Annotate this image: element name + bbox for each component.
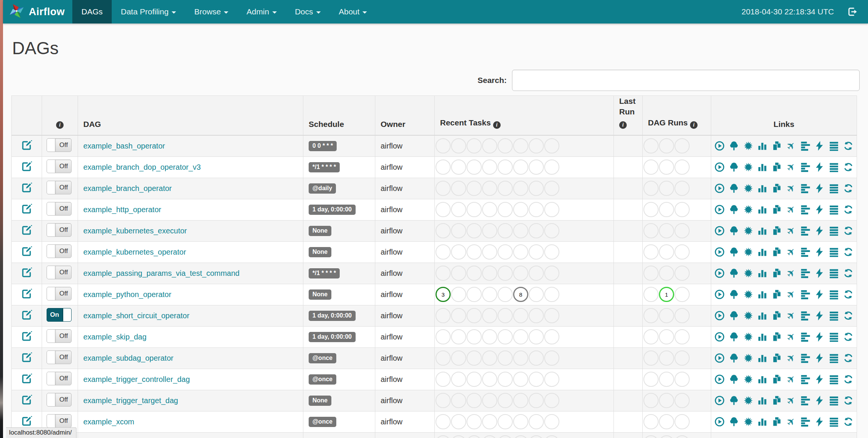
recent-task-circle[interactable] [467,393,482,408]
recent-task-circle[interactable] [513,350,528,366]
dag-run-circle[interactable] [659,350,674,366]
logs-icon[interactable] [829,416,840,427]
recent-task-circle[interactable] [436,393,451,408]
edit-dag-icon[interactable] [21,309,33,321]
gantt-icon[interactable] [800,162,811,173]
trigger-dag-icon[interactable] [714,310,725,321]
sign-out-icon[interactable] [847,6,858,17]
task-duration-icon[interactable] [757,374,768,385]
logs-icon[interactable] [829,247,840,258]
graph-view-icon[interactable] [743,268,754,279]
recent-task-circle[interactable] [513,202,528,217]
gantt-icon[interactable] [800,204,811,215]
dag-run-circle[interactable] [674,244,690,260]
recent-task-circle[interactable] [436,435,451,438]
edit-dag-icon[interactable] [21,373,33,384]
landing-times-icon[interactable]: ✈ [786,204,797,215]
edit-dag-icon[interactable] [21,246,33,257]
recent-task-circle[interactable] [529,223,544,238]
recent-task-circle[interactable] [451,308,466,323]
search-input[interactable] [512,70,860,91]
trigger-dag-icon[interactable] [714,183,725,194]
recent-task-circle[interactable] [451,414,466,429]
dag-run-circle[interactable] [643,329,659,344]
recent-task-circle[interactable]: 3 [436,287,451,302]
trigger-dag-icon[interactable] [714,395,725,406]
dag-run-circle[interactable] [674,414,690,429]
dag-run-circle[interactable] [643,435,659,438]
dag-run-circle[interactable] [674,308,690,323]
tree-view-icon[interactable] [729,247,740,258]
tree-view-icon[interactable] [729,225,740,236]
dag-run-circle[interactable] [643,138,659,153]
dag-run-circle[interactable] [659,393,674,408]
graph-view-icon[interactable] [743,183,754,194]
recent-task-circle[interactable] [498,308,513,323]
dag-pause-toggle[interactable]: Off [47,393,72,407]
recent-task-circle[interactable] [498,266,513,281]
dag-link[interactable]: example_passing_params_via_test_command [83,269,239,277]
refresh-icon[interactable] [843,332,854,343]
recent-task-circle[interactable] [529,287,544,302]
task-tries-icon[interactable] [771,310,782,321]
dag-run-circle[interactable] [674,138,690,153]
recent-task-circle[interactable] [482,329,497,344]
landing-times-icon[interactable]: ✈ [786,374,797,385]
recent-task-circle[interactable] [451,138,466,153]
tree-view-icon[interactable] [729,204,740,215]
schedule-badge[interactable]: @once [309,417,336,427]
dag-pause-toggle[interactable]: Off [47,138,72,152]
task-duration-icon[interactable] [757,225,768,236]
recent-task-circle[interactable] [482,435,497,438]
dag-run-circle[interactable] [659,266,674,281]
recent-task-circle[interactable] [513,308,528,323]
code-icon[interactable] [814,289,825,300]
landing-times-icon[interactable]: ✈ [786,141,797,152]
schedule-badge[interactable]: */1 * * * * [309,268,340,278]
recent-task-circle[interactable] [482,372,497,387]
recent-task-circle[interactable] [467,308,482,323]
dag-link[interactable]: example_branch_operator [83,184,172,192]
recent-task-circle[interactable] [529,329,544,344]
refresh-icon[interactable] [843,204,854,215]
task-duration-icon[interactable] [757,183,768,194]
dag-run-circle[interactable] [674,160,690,175]
task-duration-icon[interactable] [757,204,768,215]
logs-icon[interactable] [829,141,840,152]
dag-link[interactable]: example_kubernetes_executor [83,227,187,235]
recent-task-circle[interactable] [482,308,497,323]
recent-task-circle[interactable] [451,266,466,281]
dag-pause-toggle[interactable]: Off [47,202,72,216]
recent-task-circle[interactable] [467,329,482,344]
task-duration-icon[interactable] [757,416,768,427]
trigger-dag-icon[interactable] [714,416,725,427]
recent-task-circle[interactable] [529,181,544,196]
refresh-icon[interactable] [843,225,854,236]
dag-run-circle[interactable] [674,202,690,217]
recent-task-circle[interactable] [467,181,482,196]
edit-dag-icon[interactable] [21,161,33,172]
landing-times-icon[interactable]: ✈ [786,183,797,194]
trigger-dag-icon[interactable] [714,353,725,364]
dag-run-circle[interactable] [659,223,674,238]
landing-times-icon[interactable]: ✈ [786,353,797,364]
dag-run-circle[interactable] [659,181,674,196]
schedule-badge[interactable]: None [309,396,331,406]
recent-task-circle[interactable] [544,287,559,302]
gantt-icon[interactable] [800,225,811,236]
recent-task-circle[interactable] [467,202,482,217]
refresh-icon[interactable] [843,374,854,385]
recent-task-circle[interactable] [482,350,497,366]
edit-dag-icon[interactable] [21,352,33,363]
dag-link[interactable]: example_python_operator [83,290,171,299]
edit-dag-icon[interactable] [21,394,33,405]
dag-pause-toggle[interactable]: Off [47,372,72,385]
recent-task-circle[interactable] [513,372,528,387]
dag-run-circle[interactable] [674,223,690,238]
gantt-icon[interactable] [800,416,811,427]
schedule-badge[interactable]: @once [309,374,336,385]
recent-task-circle[interactable] [498,372,513,387]
gantt-icon[interactable] [800,141,811,152]
recent-task-circle[interactable] [498,393,513,408]
nav-item-admin[interactable]: Admin [237,0,286,23]
